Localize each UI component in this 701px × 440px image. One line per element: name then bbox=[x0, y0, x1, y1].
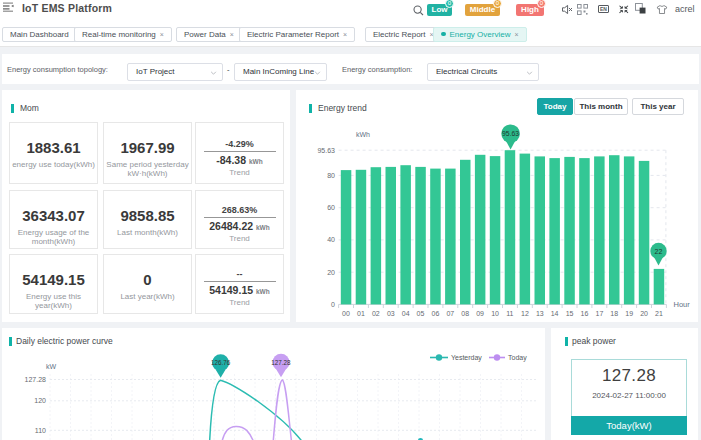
svg-text:Yesterday: Yesterday bbox=[451, 354, 482, 362]
svg-text:18: 18 bbox=[610, 310, 618, 317]
svg-text:21: 21 bbox=[655, 310, 663, 317]
svg-text:126.76: 126.76 bbox=[211, 359, 231, 366]
svg-text:Today: Today bbox=[508, 354, 527, 362]
svg-text:120: 120 bbox=[34, 397, 46, 404]
svg-text:20: 20 bbox=[327, 269, 335, 276]
svg-text:11: 11 bbox=[506, 310, 513, 317]
svg-text:kWh: kWh bbox=[356, 131, 370, 138]
svg-text:15: 15 bbox=[566, 310, 574, 317]
svg-text:02: 02 bbox=[372, 310, 380, 317]
svg-text:03: 03 bbox=[387, 310, 395, 317]
svg-text:07: 07 bbox=[446, 310, 454, 317]
svg-text:14: 14 bbox=[551, 310, 559, 317]
svg-text:04: 04 bbox=[402, 310, 410, 317]
svg-text:05: 05 bbox=[417, 310, 425, 317]
svg-text:Hour: Hour bbox=[674, 300, 691, 309]
svg-text:16: 16 bbox=[581, 310, 589, 317]
svg-text:40: 40 bbox=[327, 236, 335, 243]
svg-text:60: 60 bbox=[327, 204, 335, 211]
svg-text:19: 19 bbox=[625, 310, 633, 317]
svg-text:127.28: 127.28 bbox=[271, 359, 291, 366]
svg-text:0: 0 bbox=[331, 301, 335, 308]
svg-text:06: 06 bbox=[432, 310, 440, 317]
svg-text:17: 17 bbox=[596, 310, 604, 317]
svg-text:12: 12 bbox=[521, 310, 529, 317]
svg-text:10: 10 bbox=[491, 310, 499, 317]
svg-text:08: 08 bbox=[461, 310, 469, 317]
svg-text:09: 09 bbox=[476, 310, 484, 317]
svg-text:22: 22 bbox=[655, 248, 663, 255]
svg-text:95.63: 95.63 bbox=[502, 130, 519, 137]
svg-text:20: 20 bbox=[640, 310, 648, 317]
svg-text:kW: kW bbox=[46, 363, 57, 370]
svg-text:13: 13 bbox=[536, 310, 544, 317]
svg-text:95.63: 95.63 bbox=[317, 147, 335, 154]
svg-text:00: 00 bbox=[342, 310, 350, 317]
svg-text:127.28: 127.28 bbox=[25, 376, 47, 383]
svg-text:01: 01 bbox=[357, 310, 365, 317]
svg-text:80: 80 bbox=[327, 172, 335, 179]
svg-text:110: 110 bbox=[35, 427, 46, 434]
